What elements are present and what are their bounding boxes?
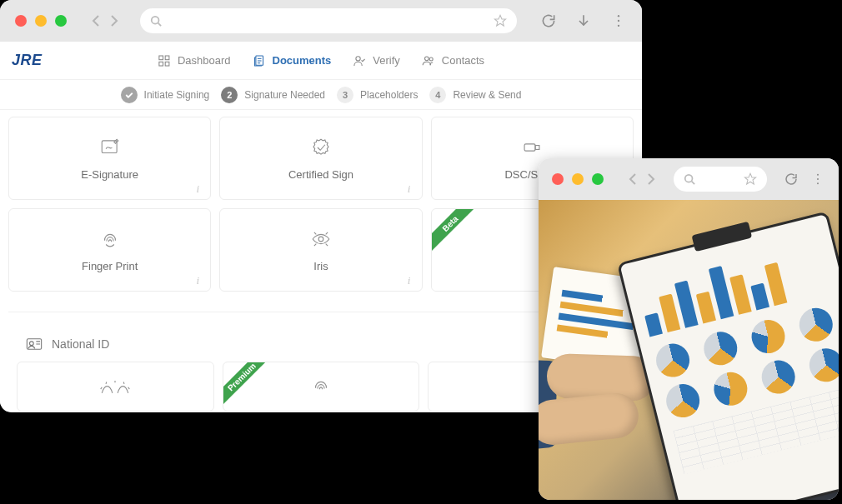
tab-verify[interactable]: Verify — [353, 54, 400, 67]
svg-point-15 — [356, 56, 360, 60]
tab-contacts-label: Contacts — [442, 54, 484, 67]
svg-marker-28 — [744, 173, 755, 184]
bookmark-star-icon[interactable] — [494, 14, 507, 27]
maximize-window-button[interactable] — [592, 173, 604, 185]
download-icon[interactable] — [575, 12, 592, 29]
card-certified-sign[interactable]: Certified Sign i — [219, 117, 422, 200]
step-2-label: Signature Needed — [244, 89, 325, 101]
dashboard-icon — [158, 54, 171, 67]
close-window-button[interactable] — [552, 173, 564, 185]
card-e-signature-label: E-Signature — [81, 168, 138, 181]
step-3-badge: 3 — [337, 87, 353, 103]
card-certified-sign-label: Certified Sign — [288, 168, 353, 181]
tab-dashboard[interactable]: Dashboard — [158, 54, 231, 67]
back-icon[interactable] — [627, 172, 640, 186]
primary-tabs: Dashboard Documents Verify Contacts — [158, 54, 484, 67]
minimize-window-button[interactable] — [35, 15, 47, 27]
svg-point-4 — [618, 15, 619, 17]
card-e-signature[interactable]: E-Signature i — [8, 117, 211, 200]
iris-icon — [310, 228, 332, 250]
step-placeholders[interactable]: 3 Placeholders — [337, 87, 418, 103]
bookmark-star-icon[interactable] — [744, 172, 757, 186]
card-iris[interactable]: Iris i — [219, 208, 422, 292]
card-fingerprint-label: Finger Print — [82, 260, 138, 272]
info-icon[interactable]: i — [192, 274, 203, 286]
svg-rect-20 — [535, 145, 539, 149]
card-national-id-1[interactable] — [17, 362, 214, 412]
premium-ribbon: Premium — [223, 362, 276, 411]
app-logo: JRE — [12, 52, 43, 69]
svg-point-26 — [685, 175, 693, 182]
tab-verify-label: Verify — [373, 54, 400, 67]
step-1-label: Initiate Signing — [144, 89, 210, 101]
svg-line-1 — [158, 23, 162, 27]
svg-rect-19 — [524, 143, 535, 150]
app-nav: JRE Dashboard Documents Verify Contacts — [0, 42, 642, 80]
traffic-lights — [552, 173, 604, 185]
info-icon[interactable]: i — [403, 182, 415, 194]
hand — [539, 391, 640, 447]
info-icon[interactable]: i — [192, 182, 203, 194]
search-icon — [684, 173, 695, 185]
svg-point-5 — [618, 20, 619, 22]
svg-point-16 — [424, 57, 429, 61]
title-bar — [539, 158, 839, 200]
svg-rect-8 — [165, 56, 169, 60]
svg-point-21 — [318, 237, 323, 242]
forward-icon[interactable] — [644, 172, 657, 186]
beta-ribbon: Beta — [431, 208, 484, 257]
reload-icon[interactable] — [784, 172, 799, 187]
step-3-label: Placeholders — [360, 89, 418, 101]
section-national-id-label: National ID — [52, 337, 109, 351]
svg-point-30 — [817, 178, 819, 180]
maximize-window-button[interactable] — [55, 15, 67, 27]
more-menu-icon[interactable] — [810, 172, 825, 187]
address-bar[interactable] — [140, 8, 517, 33]
toolbar-right — [784, 172, 825, 187]
nav-arrows — [90, 14, 120, 27]
aadhaar-icon — [98, 377, 132, 396]
card-iris-label: Iris — [313, 260, 328, 272]
fingerprint-icon — [310, 376, 332, 397]
toolbar-right — [540, 12, 627, 29]
documents-icon — [252, 54, 265, 67]
back-icon[interactable] — [90, 14, 103, 27]
forward-icon[interactable] — [107, 14, 120, 27]
title-bar — [0, 0, 642, 42]
step-2-badge: 2 — [221, 87, 238, 103]
nav-arrows — [627, 172, 657, 186]
svg-point-29 — [817, 174, 819, 176]
svg-point-31 — [817, 182, 819, 184]
tab-contacts[interactable]: Contacts — [422, 54, 484, 67]
contacts-icon — [422, 54, 435, 67]
certified-icon — [310, 137, 332, 158]
content-image — [539, 200, 839, 500]
svg-rect-10 — [165, 62, 169, 66]
minimize-window-button[interactable] — [572, 173, 584, 185]
step-4-label: Review & Send — [453, 89, 521, 101]
svg-line-27 — [692, 182, 695, 185]
step-review-send[interactable]: 4 Review & Send — [429, 87, 521, 103]
progress-stepper: Initiate Signing 2 Signature Needed 3 Pl… — [0, 80, 642, 110]
clipboard — [617, 211, 839, 500]
svg-point-6 — [618, 25, 619, 27]
step-initiate-signing[interactable]: Initiate Signing — [121, 87, 210, 103]
card-fingerprint[interactable]: Finger Print i — [8, 208, 211, 292]
reload-icon[interactable] — [540, 12, 557, 29]
svg-point-17 — [429, 57, 433, 61]
tab-documents[interactable]: Documents — [252, 54, 331, 67]
step-signature-needed[interactable]: 2 Signature Needed — [221, 87, 325, 103]
address-bar[interactable] — [674, 167, 767, 192]
verify-icon — [353, 54, 366, 67]
card-national-id-premium[interactable]: Premium — [223, 362, 420, 412]
usb-icon — [521, 137, 543, 158]
svg-point-23 — [30, 342, 34, 346]
info-icon[interactable]: i — [403, 274, 415, 286]
secondary-browser-window — [539, 158, 839, 500]
close-window-button[interactable] — [15, 15, 27, 27]
tab-dashboard-label: Dashboard — [178, 54, 231, 67]
step-4-badge: 4 — [429, 87, 446, 103]
svg-marker-2 — [494, 15, 505, 26]
more-menu-icon[interactable] — [610, 12, 627, 29]
id-card-icon — [25, 335, 43, 353]
